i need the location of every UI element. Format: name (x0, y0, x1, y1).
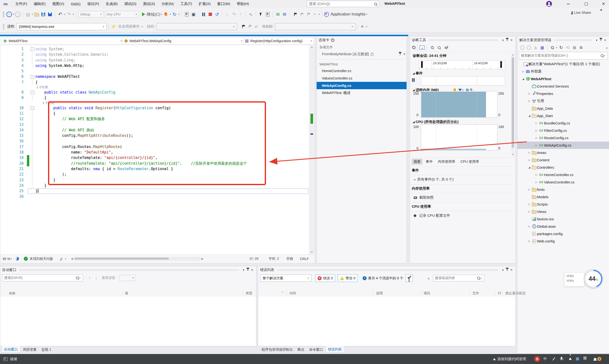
expander-icon[interactable]: ▷ (534, 173, 538, 176)
close-icon[interactable]: × (402, 52, 407, 56)
menu-item-3[interactable]: Git(G) (67, 2, 84, 6)
expander-icon[interactable]: ▷ (527, 188, 531, 191)
take-snapshot-link[interactable]: 截取快照 (414, 195, 434, 200)
toggle-flagged-button[interactable]: ⇄ (253, 24, 259, 30)
menu-item-6[interactable]: 调试(D) (121, 2, 140, 6)
format-document-button[interactable] (275, 11, 281, 17)
tool-window-tab-监视 1[interactable]: 监视 1 (39, 346, 53, 353)
zoom-level-dropdown[interactable]: 95 % (3, 257, 10, 261)
fold-toggle[interactable]: - (31, 75, 34, 79)
tree-item-packages.config[interactable]: packages.config (518, 230, 609, 237)
events-section-header[interactable]: ◢事件 (412, 71, 423, 76)
show-threads-button[interactable] (240, 24, 246, 30)
pencil-icon[interactable] (554, 357, 554, 360)
toolbar-options-button[interactable]: ≡ (359, 24, 365, 30)
tree-item-ValuesController.cs[interactable]: ▷C#ValuesController.cs (518, 178, 609, 186)
tree-item-App_Data[interactable]: App_Data (518, 105, 609, 112)
tree-item-解决方案"WebAPITest"(1 个项目/共 1 个项目)[interactable]: 解决方案"WebAPITest"(1 个项目/共 1 个项目) (518, 60, 609, 68)
tree-item-外部源[interactable]: ▷外部源 (518, 68, 609, 75)
tool-window-tab-程序包管理器控制台[interactable]: 程序包管理器控制台 (259, 346, 295, 353)
tree-item-App_Start[interactable]: ◢App_Start (518, 112, 609, 119)
expander-icon[interactable]: ▷ (527, 203, 531, 206)
save-all-button[interactable] (47, 11, 53, 17)
expander-icon[interactable]: ▷ (521, 70, 525, 73)
tree-item-Scripts[interactable]: ▷Scripts (518, 201, 609, 208)
expander-icon[interactable]: ▷ (527, 100, 531, 102)
application-insights-button[interactable]: Application Insights (324, 11, 365, 17)
code-cleanup-button[interactable] (58, 256, 64, 262)
all-events-link[interactable]: ∞所有事件(0 个, 共 0 个) (414, 177, 454, 182)
notifications-bell[interactable]: 2 (594, 357, 601, 361)
forward-button[interactable]: → (526, 44, 532, 51)
tool-window-tab-错误列表[interactable]: 错误列表 (325, 346, 344, 353)
format-selection-button[interactable] (281, 11, 288, 17)
error-grid[interactable] (258, 297, 515, 346)
tree-item-Web.config[interactable]: ▷Web.config (518, 237, 609, 245)
menu-item-8[interactable]: 分析(N) (158, 2, 177, 6)
tree-item-fonts[interactable]: ▷fonts (518, 186, 609, 193)
collapse-all-icon[interactable]: ⊟ (571, 44, 578, 51)
error-search-box[interactable]: 搜索错误列表 ▾ (433, 275, 484, 281)
lifecycle-events-button[interactable]: 生命周期事件 (118, 24, 140, 29)
clear-bookmarks-button[interactable]: × (312, 11, 318, 17)
expander-icon[interactable]: ◢ (527, 166, 531, 169)
document-tab-ValuesController.cs[interactable]: ValuesController.cs (317, 75, 407, 82)
fold-toggle[interactable]: - (31, 47, 34, 51)
record-cpu-profile-link[interactable]: 记录 CPU 配置文件 (414, 213, 450, 218)
menu-item-4[interactable]: 项目(P) (84, 2, 103, 6)
toggle-bookmark-button[interactable] (292, 11, 298, 17)
intellitrace-button[interactable]: ∿ (248, 11, 254, 17)
extension-icon[interactable] (576, 357, 579, 360)
breadcrumb-type-dropdown[interactable]: WebAPITest.WebApiConfig▾ (123, 37, 244, 44)
microphone-icon[interactable] (561, 357, 562, 360)
tool-window-tab-断点[interactable]: 断点 (295, 346, 307, 353)
filter-button[interactable] (406, 274, 413, 282)
tree-item-WebAPITest[interactable]: ◢WebAPITest (518, 75, 609, 83)
autos-search-box[interactable]: 搜索(Ctrl+E) ▾ (2, 274, 83, 281)
expander-icon[interactable]: ▷ (527, 225, 531, 228)
window-position-dropdown[interactable]: ▼ (595, 39, 599, 42)
step-out-button[interactable]: ↑ (237, 11, 244, 17)
tree-item-HomeController.cs[interactable]: ▷C#HomeController.cs (518, 171, 609, 178)
live-share-button[interactable]: Live Share (570, 11, 591, 14)
diagnostics-settings-button[interactable] (412, 46, 415, 49)
quick-search-box[interactable]: 搜索 (Ctrl+Q) (307, 1, 379, 7)
back-button[interactable]: ← (519, 44, 525, 51)
restart-debugging-button[interactable]: ↺ (214, 11, 220, 17)
expander-icon[interactable]: ▷ (527, 92, 531, 95)
diagnostics-tab-内存使用率[interactable]: 内存使用率 (436, 159, 457, 165)
tool-window-tab-局部变量[interactable]: 局部变量 (20, 346, 39, 353)
hscroll-right-arrow[interactable]: ▶ (201, 257, 203, 260)
messages-filter-toggle[interactable]: i展示 4 个消息中的 0 个 (363, 276, 403, 281)
menu-item-9[interactable]: 工具(T) (177, 2, 195, 6)
fold-toggle[interactable]: - (31, 106, 34, 110)
next-bookmark-button[interactable] (305, 11, 311, 17)
hscroll-left-arrow[interactable]: ◀ (71, 257, 73, 260)
column-header-行[interactable]: 行 (498, 291, 501, 296)
feedback-icon[interactable] (3, 357, 8, 361)
pin-icon[interactable] (507, 39, 507, 41)
undo-button[interactable]: ↶ (57, 11, 63, 17)
pin-icon[interactable] (601, 39, 601, 41)
expander-icon[interactable]: ◢ (527, 115, 531, 117)
tree-item-BundleConfig.cs[interactable]: ▷C#BundleConfig.cs (518, 119, 609, 127)
editor-vertical-scrollbar[interactable]: ▲ ▼ (309, 45, 314, 254)
expander-icon[interactable]: ▷ (527, 159, 531, 161)
close-icon[interactable]: × (250, 268, 254, 272)
diagnostics-tab-事件[interactable]: 事件 (424, 159, 435, 165)
save-button[interactable] (40, 11, 46, 17)
close-icon[interactable]: × (603, 38, 607, 42)
tree-item-Properties[interactable]: ▷Properties (518, 90, 609, 97)
menu-item-1[interactable]: 编辑(E) (30, 2, 49, 6)
column-header-文件[interactable]: 文件 (472, 291, 479, 296)
open-file-button[interactable] (34, 11, 40, 17)
diagnostics-timeline-ruler[interactable]: 24:30分钟 24:40分钟 (419, 60, 505, 69)
browser-preview-button[interactable] (184, 11, 190, 17)
continue-button[interactable]: 继续(C) (142, 11, 160, 17)
column-header-代码[interactable]: 代码 (289, 291, 296, 296)
maximize-button[interactable] (581, 0, 592, 8)
codelens-row[interactable]: 1 个引用 (0, 85, 309, 90)
ime-indicator[interactable]: 中 (543, 357, 547, 361)
reset-view-icon[interactable] (442, 44, 448, 51)
column-header-类型[interactable]: 类型 (246, 291, 252, 296)
